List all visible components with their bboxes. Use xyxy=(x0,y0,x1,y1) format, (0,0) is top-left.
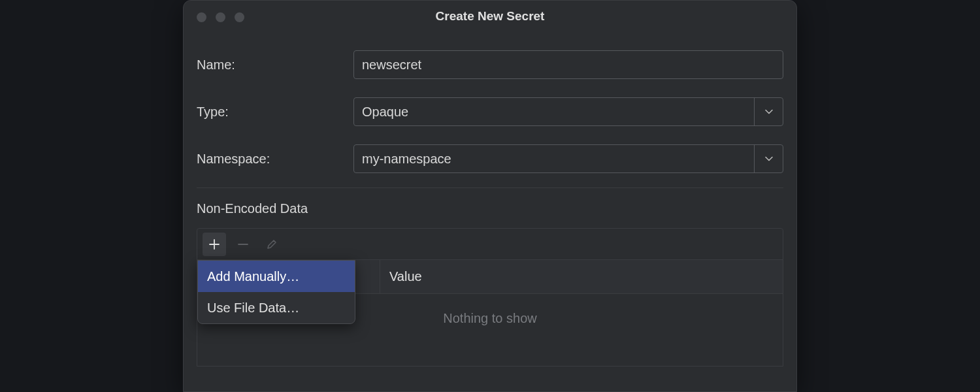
namespace-label: Namespace: xyxy=(197,152,353,167)
add-manually-item[interactable]: Add Manually… xyxy=(198,261,355,292)
edit-button[interactable] xyxy=(260,233,284,256)
data-panel: Add Manually… Use File Data… Key Value N… xyxy=(197,228,783,367)
pencil-icon xyxy=(265,238,278,251)
window-controls xyxy=(197,12,244,22)
chevron-down-icon xyxy=(754,98,783,125)
name-row: Name: xyxy=(197,50,783,79)
add-button[interactable] xyxy=(203,233,226,256)
add-dropdown: Add Manually… Use File Data… xyxy=(197,260,355,324)
empty-state-text: Nothing to show xyxy=(443,311,536,326)
titlebar: Create New Secret xyxy=(184,1,796,32)
close-window-button[interactable] xyxy=(197,12,206,22)
namespace-select-value: my-namespace xyxy=(354,152,754,167)
column-value: Value xyxy=(380,260,783,293)
section-title: Non-Encoded Data xyxy=(184,201,796,228)
namespace-select[interactable]: my-namespace xyxy=(353,144,783,173)
name-label: Name: xyxy=(197,57,353,73)
form: Name: Type: Opaque Namespace: my-namespa xyxy=(184,32,796,173)
type-select-value: Opaque xyxy=(354,105,754,120)
remove-button[interactable] xyxy=(231,233,255,256)
dialog-title: Create New Secret xyxy=(184,9,796,24)
type-row: Type: Opaque xyxy=(197,97,783,126)
type-select[interactable]: Opaque xyxy=(353,97,783,126)
create-secret-dialog: Create New Secret Name: Type: Opaque Nam… xyxy=(183,0,797,392)
maximize-window-button[interactable] xyxy=(235,12,244,22)
data-toolbar xyxy=(197,229,783,260)
minimize-window-button[interactable] xyxy=(216,12,225,22)
minus-icon xyxy=(237,238,250,251)
divider xyxy=(197,188,783,188)
type-label: Type: xyxy=(197,105,353,120)
use-file-data-item[interactable]: Use File Data… xyxy=(198,292,355,323)
chevron-down-icon xyxy=(754,145,783,172)
plus-icon xyxy=(208,238,221,251)
name-input[interactable] xyxy=(353,50,783,79)
namespace-row: Namespace: my-namespace xyxy=(197,144,783,173)
